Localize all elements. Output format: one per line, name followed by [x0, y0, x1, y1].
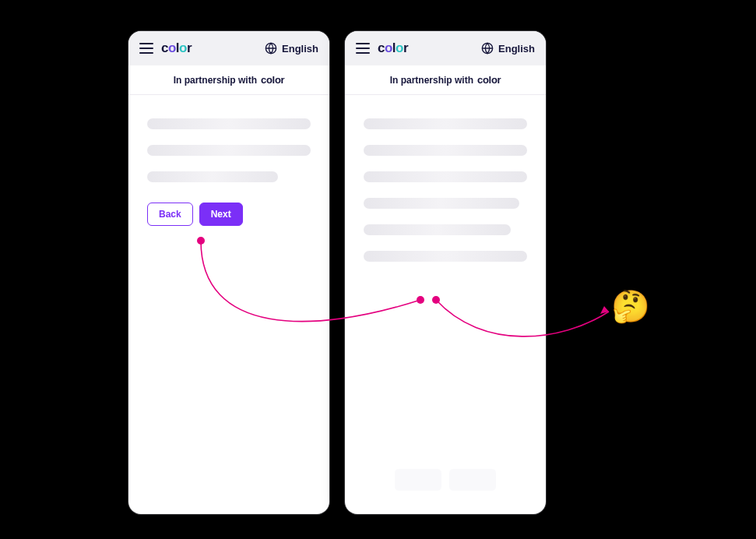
- thinking-emoji: 🤔: [611, 288, 650, 325]
- next-button[interactable]: Next: [199, 203, 243, 226]
- app-logo: color: [161, 41, 192, 56]
- phone-screen-2: color English In partnership with color: [345, 31, 546, 514]
- phone-screen-1: color English In partnership with color …: [128, 31, 329, 514]
- hidden-button-row: [364, 469, 527, 498]
- partnership-banner: In partnership with color: [345, 65, 546, 95]
- language-label: English: [498, 43, 535, 55]
- language-label: English: [282, 43, 318, 55]
- menu-icon[interactable]: [356, 43, 370, 54]
- partnership-text: In partnership with: [174, 75, 257, 86]
- hidden-button-placeholder: [395, 469, 441, 491]
- language-selector[interactable]: English: [481, 42, 535, 55]
- phone-body-2: [345, 95, 546, 514]
- skeleton-line: [364, 224, 511, 235]
- app-logo: color: [378, 41, 408, 56]
- skeleton-line: [364, 171, 527, 182]
- partnership-logo: color: [477, 74, 501, 86]
- skeleton-line: [364, 198, 519, 209]
- partnership-banner: In partnership with color: [128, 65, 329, 95]
- skeleton-line: [364, 145, 527, 156]
- hidden-button-placeholder: [449, 469, 496, 491]
- partnership-text: In partnership with: [390, 75, 473, 86]
- partnership-logo: color: [261, 74, 284, 86]
- skeleton-line: [147, 118, 311, 129]
- skeleton-line: [364, 118, 527, 129]
- button-row: Back Next: [147, 203, 311, 226]
- app-header: color English: [128, 31, 329, 65]
- phone-body-1: Back Next: [128, 95, 329, 514]
- globe-icon: [481, 42, 494, 55]
- back-button[interactable]: Back: [147, 203, 193, 226]
- app-header: color English: [345, 31, 546, 65]
- skeleton-line: [147, 171, 278, 182]
- phones-container: color English In partnership with color …: [0, 0, 756, 514]
- skeleton-line: [147, 145, 311, 156]
- language-selector[interactable]: English: [265, 42, 318, 55]
- menu-icon[interactable]: [139, 43, 153, 54]
- header-left: color: [139, 41, 192, 56]
- header-left: color: [356, 41, 408, 56]
- skeleton-line: [364, 251, 527, 262]
- globe-icon: [265, 42, 277, 55]
